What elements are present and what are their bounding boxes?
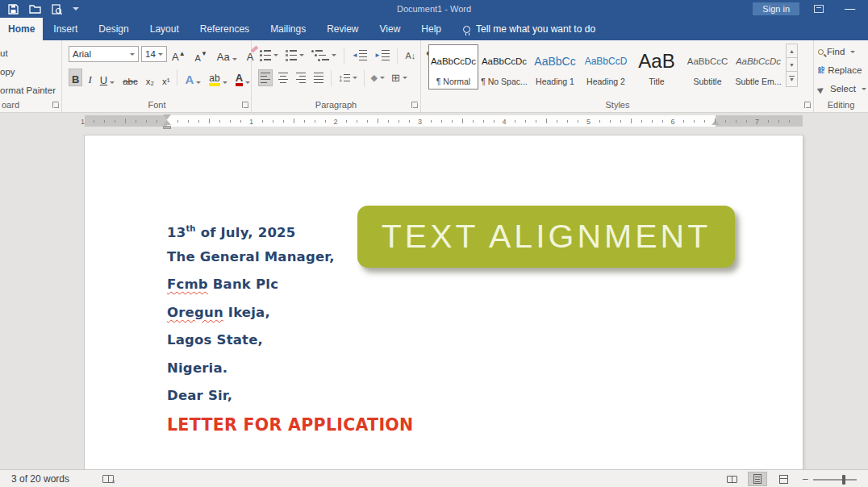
customize-quick-access-icon[interactable] xyxy=(73,7,79,14)
zoom-out-button[interactable]: – xyxy=(803,473,808,485)
ruler-tick xyxy=(473,120,474,123)
styles-more-icon[interactable]: ▼ xyxy=(786,71,798,87)
select-button[interactable]: Select xyxy=(818,84,866,94)
chevron-down-icon xyxy=(273,54,278,59)
style--normal[interactable]: AaBbCcDc¶ Normal xyxy=(428,44,478,89)
ruler-tick xyxy=(515,120,515,123)
tab-insert[interactable]: Insert xyxy=(43,18,88,40)
style-subtle-em-[interactable]: AaBbCcDcSubtle Em... xyxy=(733,44,783,89)
justify-button[interactable] xyxy=(311,69,326,86)
ribbon-display-options-icon[interactable] xyxy=(814,5,824,13)
line-spacing-button[interactable]: ↕ xyxy=(336,69,359,86)
borders-button[interactable]: ⊞ xyxy=(390,69,409,86)
multilevel-list-button[interactable] xyxy=(310,47,338,64)
save-icon[interactable] xyxy=(8,4,19,15)
style-heading-1[interactable]: AaBbCcHeading 1 xyxy=(530,44,580,89)
quick-access-toolbar xyxy=(0,4,79,15)
zoom-slider-track[interactable] xyxy=(813,479,857,481)
numbered-list-button[interactable] xyxy=(284,47,306,64)
indent-lines-icon xyxy=(382,50,390,61)
text-highlight-button[interactable]: ab xyxy=(207,69,229,86)
ruler-number: 2 xyxy=(333,118,337,126)
superscript-button[interactable]: x¹ xyxy=(160,69,173,86)
styles-scroll-down-icon[interactable]: ▼ xyxy=(786,57,798,72)
clipboard-group: ut opy ormat Painter oard xyxy=(0,40,62,112)
indent-lines-icon xyxy=(359,50,367,61)
style-heading-2[interactable]: AaBbCcDHeading 2 xyxy=(581,44,631,89)
doc-line[interactable]: Oregun Ikeja, xyxy=(167,299,667,327)
replace-button[interactable]: abac Replace xyxy=(818,65,862,75)
web-layout-button[interactable] xyxy=(774,472,793,486)
styles-dialog-launcher-icon[interactable] xyxy=(804,102,811,108)
sign-in-button[interactable]: Sign in xyxy=(753,2,799,15)
font-name-combobox[interactable]: Arial xyxy=(69,46,139,62)
style-subtitle[interactable]: AaBbCcCSubtitle xyxy=(682,44,732,89)
print-layout-button[interactable] xyxy=(748,472,767,486)
first-line-indent-marker[interactable] xyxy=(163,114,171,119)
ruler-tick xyxy=(367,120,368,123)
doc-line[interactable]: Fcmb Bank Plc xyxy=(167,271,667,299)
italic-button[interactable]: I xyxy=(86,69,94,86)
paragraph-dialog-launcher-icon[interactable] xyxy=(411,102,418,108)
letter-heading[interactable]: LETTER FOR APPLICATION xyxy=(167,411,667,439)
change-case-button[interactable]: Aa xyxy=(215,45,240,63)
styles-scroll-up-icon[interactable]: ▲ xyxy=(786,44,798,58)
underline-button[interactable]: U xyxy=(98,69,117,86)
print-preview-icon[interactable] xyxy=(52,4,62,15)
tab-home[interactable]: Home xyxy=(0,18,43,40)
tab-design[interactable]: Design xyxy=(88,18,139,40)
font-dialog-launcher-icon[interactable] xyxy=(242,102,248,108)
zoom-slider-handle[interactable] xyxy=(842,475,845,485)
shading-button[interactable]: ◆ xyxy=(369,69,386,86)
banner-label: TEXT ALIGNMENT xyxy=(382,218,711,256)
font-group-label: Font xyxy=(63,100,251,110)
font-size-combobox[interactable]: 14 xyxy=(141,46,167,62)
strikethrough-button[interactable]: abc xyxy=(120,69,140,86)
align-right-button[interactable] xyxy=(294,69,308,86)
increase-indent-button[interactable]: ► xyxy=(373,47,391,64)
bold-button[interactable]: B xyxy=(69,69,82,86)
left-indent-marker[interactable] xyxy=(163,126,171,129)
style-sample: AaB xyxy=(638,45,674,77)
text-effects-button[interactable]: A xyxy=(182,69,203,86)
proofing-errors-icon[interactable] xyxy=(102,475,114,483)
bullet-list-button[interactable] xyxy=(258,47,280,64)
minimize-icon[interactable]: — xyxy=(838,5,862,13)
clipboard-dialog-launcher-icon[interactable] xyxy=(52,102,59,108)
horizontal-ruler[interactable]: 11234567 xyxy=(0,113,868,129)
doc-line[interactable]: Dear Sir, xyxy=(167,382,667,410)
align-left-button[interactable] xyxy=(258,69,273,86)
ruler-tick xyxy=(494,120,495,123)
subscript-button[interactable]: x₂ xyxy=(144,69,156,86)
decrease-indent-button[interactable]: ◄ xyxy=(350,47,369,64)
tab-mailings[interactable]: Mailings xyxy=(260,18,316,40)
sort-button[interactable]: A↓ xyxy=(403,47,418,64)
align-center-button[interactable] xyxy=(276,69,290,86)
tell-me-box[interactable]: Tell me what you want to do xyxy=(463,18,595,40)
tab-references[interactable]: References xyxy=(190,18,260,40)
chevron-down-icon xyxy=(353,77,357,81)
tab-review[interactable]: Review xyxy=(316,18,369,40)
tab-help[interactable]: Help xyxy=(411,18,452,40)
ruler-tick xyxy=(198,120,199,123)
editing-group: Find abac Replace Select Editing xyxy=(814,40,868,112)
font-color-button[interactable]: A xyxy=(233,69,252,86)
cut-button[interactable]: ut xyxy=(0,48,8,58)
chevron-down-icon xyxy=(380,77,385,81)
search-icon xyxy=(818,49,824,55)
format-painter-button[interactable]: ormat Painter xyxy=(0,85,56,95)
open-folder-icon[interactable] xyxy=(29,4,41,14)
shrink-font-button[interactable]: A▼ xyxy=(193,45,210,63)
tab-layout[interactable]: Layout xyxy=(140,18,190,40)
style-title[interactable]: AaBTitle xyxy=(632,44,682,89)
word-count[interactable]: 3 of 20 words xyxy=(11,473,69,485)
read-mode-button[interactable] xyxy=(722,472,741,486)
style--no-spac-[interactable]: AaBbCcDc¶ No Spac... xyxy=(479,44,529,89)
tab-view[interactable]: View xyxy=(369,18,411,40)
doc-line[interactable]: Lagos State, xyxy=(167,327,667,355)
doc-line[interactable]: Nigeria. xyxy=(167,355,667,383)
find-button[interactable]: Find xyxy=(818,47,855,56)
hanging-indent-marker[interactable] xyxy=(163,120,171,125)
grow-font-button[interactable]: A▲ xyxy=(169,45,188,63)
copy-button[interactable]: opy xyxy=(0,67,15,77)
